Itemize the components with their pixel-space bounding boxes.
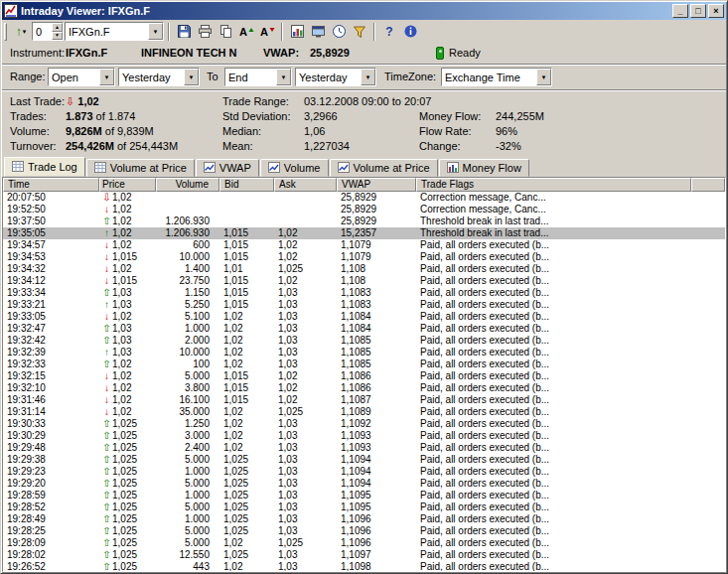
maximize-button[interactable]: □ xyxy=(690,4,706,18)
tab-vwap[interactable]: VWAP xyxy=(196,159,259,177)
column-header-ask[interactable]: Ask xyxy=(274,178,337,192)
cell-ask: 1,03 xyxy=(274,466,337,478)
clock-button[interactable] xyxy=(329,22,349,42)
table-row[interactable]: 19:31:14↓1,0235.0001,021,0251,1089Paid, … xyxy=(3,406,725,418)
table-row[interactable]: 19:34:32↓1,021.4001,011,0251,108Paid, al… xyxy=(3,263,725,275)
cell-volume: 16.100 xyxy=(156,394,219,406)
tab-volume[interactable]: Volume xyxy=(260,159,329,177)
chevron-down-icon[interactable]: ▼ xyxy=(99,69,114,85)
price-value: 1,02 xyxy=(112,370,131,382)
table-row[interactable]: 19:30:29⇧1,0253.0001,021,031,1093Paid, a… xyxy=(3,430,725,442)
table-row[interactable]: 19:32:39↑1,0310.0001,021,031,1085Paid, a… xyxy=(3,347,725,359)
cell-trade-flags: Paid, all orders executed (b... xyxy=(416,561,691,571)
table-row[interactable]: 19:28:02⇧1,02512.5501,0251,031,1097Paid,… xyxy=(3,549,725,561)
save-button[interactable] xyxy=(174,22,194,42)
cell-bid: 1,02 xyxy=(219,537,274,549)
chevron-down-icon[interactable]: ▼ xyxy=(148,23,163,40)
tab-volume-at-price-2[interactable]: Volume at Price xyxy=(330,159,438,177)
filter-icon xyxy=(353,25,366,39)
layout-button[interactable] xyxy=(308,22,328,42)
cell-price: ⇧1,025 xyxy=(99,502,156,513)
column-header-price[interactable]: Price xyxy=(99,178,156,192)
table-row[interactable]: 19:33:34⇧1,031.1501,0151,031,1083Paid, a… xyxy=(3,287,725,299)
table-row[interactable]: 19:28:25⇧1,0255.0001,0251,031,1096Paid, … xyxy=(3,525,725,537)
down-arrow-icon: ↓ xyxy=(101,394,112,406)
cell-price: ⇧1,025 xyxy=(99,561,156,571)
tab-trade-log[interactable]: Trade Log xyxy=(4,157,85,177)
cell-ask: 1,03 xyxy=(274,299,337,311)
cell-bid xyxy=(219,204,274,215)
column-header-bid[interactable]: Bid xyxy=(219,178,274,192)
navigate-up-button[interactable]: ↑▾ xyxy=(11,22,31,42)
spin-up-icon[interactable]: ▲ xyxy=(52,23,63,32)
info-button[interactable] xyxy=(400,22,420,42)
title-bar: Intraday Viewer: IFXGn.F _ □ × xyxy=(2,2,726,20)
cell-vwap: 1,1097 xyxy=(337,549,416,561)
column-header-volume[interactable]: Volume xyxy=(156,178,219,192)
chevron-down-icon[interactable]: ▼ xyxy=(361,69,375,85)
spin-down-icon[interactable]: ▼ xyxy=(52,32,63,41)
font-decrease-button[interactable]: A xyxy=(257,22,277,42)
instrument-combo[interactable]: IFXGn.F ▼ xyxy=(65,22,164,41)
table-row[interactable]: 19:30:33⇧1,0251.2501,021,031,1092Paid, a… xyxy=(3,418,725,430)
table-row[interactable]: 19:33:21↑1,035.2501,0151,031,1083Paid, a… xyxy=(3,299,725,311)
table-row[interactable]: 19:29:23⇧1,0251.0001,0251,031,1094Paid, … xyxy=(3,466,725,478)
cell-trade-flags: Threshold break in last trad... xyxy=(416,227,691,239)
table-row[interactable]: 19:28:59⇧1,0251.0001,0251,031,1095Paid, … xyxy=(3,490,725,502)
cell-filler xyxy=(691,454,725,466)
chevron-down-icon[interactable]: ▼ xyxy=(536,69,551,85)
print-icon xyxy=(198,24,213,39)
chart-button[interactable] xyxy=(287,22,307,42)
table-row[interactable]: 19:32:47⇧1,031.0001,021,031,1084Paid, al… xyxy=(3,323,725,335)
table-row[interactable]: 19:35:05↑1,021.206.9301,0151,0215,2357Th… xyxy=(3,227,725,239)
cell-ask: 1,03 xyxy=(274,454,337,466)
instrument-bar: Instrument: IFXGn.F INFINEON TECH N VWAP… xyxy=(2,43,726,64)
table-row[interactable]: 19:52:50↓1,0225,8929Correction message, … xyxy=(3,204,725,215)
cell-filler xyxy=(691,239,725,251)
column-header-vwap[interactable]: VWAP xyxy=(337,178,416,192)
table-row[interactable]: 19:34:57↓1,026001,0151,021,1079Paid, all… xyxy=(3,239,725,251)
table-row[interactable]: 19:37:50⇧1,021.206.93025,8929Threshold b… xyxy=(3,215,725,227)
chevron-down-icon[interactable]: ▼ xyxy=(276,69,291,85)
tab-volume-at-price[interactable]: Volume at Price xyxy=(86,159,195,177)
table-row[interactable]: 19:26:52⇧1,0254431,021,031,1098Paid, all… xyxy=(3,561,725,571)
up-arrow-icon: ↑ xyxy=(101,347,112,359)
chevron-down-icon[interactable]: ▼ xyxy=(184,69,199,85)
table-row[interactable]: 19:32:42⇧1,032.0001,021,031,1085Paid, al… xyxy=(3,335,725,347)
table-row[interactable]: 19:32:10↓1,023.8001,0151,021,1086Paid, a… xyxy=(3,382,725,394)
filter-button[interactable] xyxy=(350,22,369,42)
range-to-day-combo[interactable]: Yesterday▼ xyxy=(295,68,376,86)
table-row[interactable]: 19:29:20⇧1,0255.0001,0251,031,1094Paid, … xyxy=(3,478,725,490)
font-increase-button[interactable]: A xyxy=(236,22,256,42)
close-button[interactable]: × xyxy=(708,4,724,18)
table-row[interactable]: 19:32:15↓1,025.0001,0151,021,1086Paid, a… xyxy=(3,370,725,382)
depth-spinner[interactable]: 0 ▲▼ xyxy=(32,22,64,41)
table-row[interactable]: 19:29:48⇧1,0252.4001,021,031,1093Paid, a… xyxy=(3,442,725,454)
copy-button[interactable] xyxy=(216,22,235,42)
tab-money-flow[interactable]: Money Flow xyxy=(439,159,529,177)
table-row[interactable]: 19:28:52⇧1,0255.0001,0251,031,1095Paid, … xyxy=(3,502,725,513)
column-header-time[interactable]: Time xyxy=(3,178,99,192)
cell-ask xyxy=(274,192,337,204)
timezone-combo[interactable]: Exchange Time▼ xyxy=(441,68,552,86)
table-row[interactable]: 19:34:12↓1,01523.7501,0151,021,108Paid, … xyxy=(3,275,725,287)
table-row[interactable]: 19:28:49⇧1,0251.0001,0251,031,1096Paid, … xyxy=(3,513,725,525)
toolbar-gripper[interactable] xyxy=(4,23,7,41)
table-row[interactable]: 19:29:38⇧1,0255.0001,0251,031,1094Paid, … xyxy=(3,454,725,466)
table-row[interactable]: 19:31:46↓1,0216.1001,0151,021,1087Paid, … xyxy=(3,394,725,406)
table-row[interactable]: 20:07:50⇩1,0225,8929Correction message, … xyxy=(3,192,725,204)
range-to-type-combo[interactable]: End▼ xyxy=(224,68,292,86)
minimize-button[interactable]: _ xyxy=(672,4,688,18)
table-row[interactable]: 19:34:53↓1,01510.0001,0151,021,1079Paid,… xyxy=(3,251,725,263)
range-from-day-combo[interactable]: Yesterday▼ xyxy=(118,68,200,86)
table-row[interactable]: 19:28:09⇧1,0255.0001,021,0251,1096Paid, … xyxy=(3,537,725,549)
table-row[interactable]: 19:32:33⇧1,021001,021,031,1085Paid, all … xyxy=(3,359,725,370)
cell-volume: 2.000 xyxy=(156,335,219,347)
cell-ask: 1,03 xyxy=(274,335,337,347)
column-header-trade-flags[interactable]: Trade Flags xyxy=(416,178,691,192)
table-row[interactable]: 19:33:05↓1,025.1001,021,031,1084Paid, al… xyxy=(3,311,725,323)
range-from-type-combo[interactable]: Open▼ xyxy=(48,68,115,86)
print-button[interactable] xyxy=(195,22,215,42)
help-button[interactable]: ? xyxy=(379,22,399,42)
price-value: 1,025 xyxy=(112,561,137,571)
